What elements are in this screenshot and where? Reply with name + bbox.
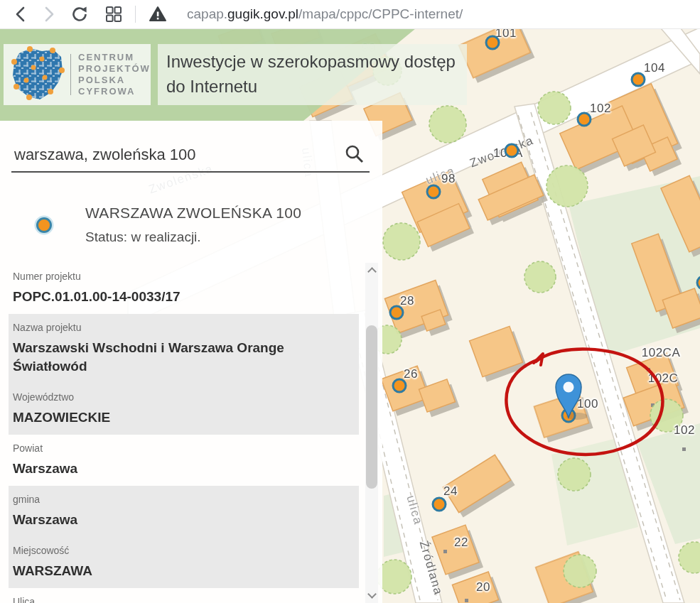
poi-marker[interactable] [631,72,646,87]
refresh-icon[interactable] [70,5,89,23]
url-path: /mapa/cppc/CPPC-internet/ [298,6,463,21]
detail-row: gminaWarszawa [9,486,359,537]
scroll-up-icon[interactable] [367,267,377,276]
url-domain: gugik.gov.pl [227,6,298,21]
detail-value: MAZOWIECKIE [13,408,359,427]
page-title: Inwestycje w szerokopasmowy dostęp do In… [158,44,467,105]
scrollbar-thumb[interactable] [366,325,377,489]
detail-value: POPC.01.01.00-14-0033/17 [13,288,359,306]
toolbar-divider [135,6,136,23]
highlight-circle-annotation [494,341,672,469]
poi-marker[interactable] [696,276,700,290]
panel-scrollbar[interactable] [365,263,378,603]
house-number-label: 22 [454,536,468,550]
app-window: ulicaZwoleńskaulicaŹródlanaulicaZwoleńsk… [0,0,700,603]
poi-marker[interactable] [426,185,441,200]
detail-row: Numer projektuPOPC.01.01.00-14-0033/17 [9,263,359,314]
detail-label: Województwo [13,391,359,403]
poi-marker[interactable] [485,36,500,50]
detail-label: gmina [13,494,359,506]
house-number-label: 102 [590,102,611,116]
house-number-label: 104 [644,61,665,75]
poi-marker[interactable] [432,497,447,512]
poi-marker[interactable] [392,379,407,393]
detail-label: Powiat [13,442,359,455]
project-details-list: Numer projektuPOPC.01.01.00-14-0033/17Na… [0,263,382,603]
detail-label: Miejscowość [13,545,359,557]
search-icon[interactable] [344,143,365,165]
poi-marker[interactable] [577,112,592,127]
detail-row: Ulica [9,588,359,603]
apps-grid-icon[interactable] [104,5,123,23]
search-field-row [11,138,370,173]
cppc-logo[interactable]: CENTRUM PROJEKTÓW POLSKA CYFROWA [4,44,151,105]
result-status: Status: w realizacji. [85,229,382,245]
house-number-label: 24 [443,484,458,499]
detail-row: MiejscowośćWARSZAWA [9,537,359,588]
url-prefix: capap. [187,6,227,21]
search-result-header[interactable]: WARSZAWA ZWOLEŃSKA 100 Status: w realiza… [0,199,382,245]
search-results-panel: WARSZAWA ZWOLEŃSKA 100 Status: w realiza… [0,121,382,603]
poi-marker[interactable] [389,305,404,320]
detail-label: Ulica [13,596,359,603]
detail-value: Warszawa [13,511,359,529]
detail-value: Warszawski Wschodni i Warszawa Orange Św… [13,339,359,376]
page-title-line2: do Internetu [166,74,467,99]
result-title: WARSZAWA ZWOLEŃSKA 100 [85,205,382,222]
house-number-label: 98 [441,172,456,186]
back-icon[interactable] [12,5,31,23]
detail-value: WARSZAWA [13,562,359,580]
browser-toolbar: capap.gugik.gov.pl/mapa/cppc/CPPC-intern… [0,0,700,29]
forward-icon[interactable] [39,5,58,23]
detail-row: Nazwa projektuWarszawski Wschodni i Wars… [9,314,359,384]
detail-row: WojewództwoMAZOWIECKIE [9,384,359,435]
address-bar-url[interactable]: capap.gugik.gov.pl/mapa/cppc/CPPC-intern… [187,0,463,28]
detail-label: Nazwa projektu [13,322,359,334]
search-input[interactable] [13,145,328,165]
warning-icon[interactable] [149,5,167,23]
poi-marker[interactable] [505,143,519,158]
house-number-label: 102 [674,423,695,438]
poi-marker-icon [36,217,52,233]
house-number-label: 20 [476,580,490,594]
detail-label: Numer projektu [13,271,359,283]
detail-row: PowiatWarszawa [9,435,359,486]
house-number-label: 28 [400,294,414,308]
page-title-line1: Inwestycje w szerokopasmowy dostęp [166,49,467,74]
detail-value: Warszawa [13,460,359,478]
logo-divider [70,54,71,95]
scroll-down-icon[interactable] [367,590,377,599]
logo-wordmark: CENTRUM PROJEKTÓW POLSKA CYFROWA [78,52,151,97]
house-number-label: 26 [404,367,418,381]
poland-maze-logo-icon [8,46,66,103]
